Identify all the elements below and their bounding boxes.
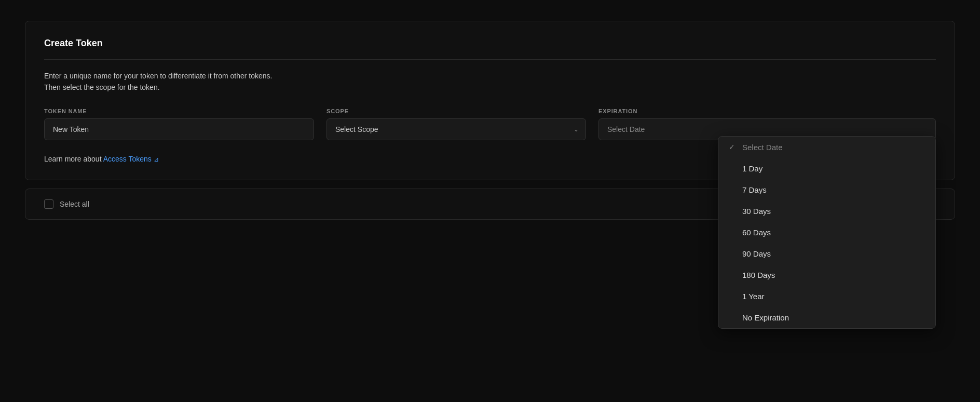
dropdown-item[interactable]: 180 Days	[718, 264, 935, 286]
description-line2: Then select the scope for the token.	[44, 83, 160, 91]
page-container: Create Token Enter a unique name for you…	[0, 0, 980, 240]
expiration-group: EXPIRATION Select Date ✓Select Date1 Day…	[598, 108, 936, 140]
dropdown-item-label: 90 Days	[742, 249, 771, 258]
token-name-input[interactable]	[44, 118, 314, 140]
scope-group: SCOPE Select Scope ⌄	[326, 108, 586, 140]
scope-select[interactable]: Select Scope	[326, 118, 586, 140]
dropdown-item-label: 180 Days	[742, 271, 775, 279]
dropdown-item-label: 30 Days	[742, 207, 771, 216]
expiration-dropdown: ✓Select Date1 Day7 Days30 Days60 Days90 …	[718, 136, 936, 329]
dropdown-item-label: Select Date	[742, 143, 783, 152]
dropdown-item-label: No Expiration	[742, 313, 789, 322]
dropdown-item[interactable]: 1 Year	[718, 286, 935, 307]
select-all-label: Select all	[60, 200, 89, 208]
dropdown-item-label: 7 Days	[742, 185, 767, 194]
token-name-group: TOKEN NAME	[44, 108, 314, 140]
expiration-label: EXPIRATION	[598, 108, 936, 114]
dropdown-item[interactable]: 30 Days	[718, 200, 935, 222]
token-name-label: TOKEN NAME	[44, 108, 314, 114]
dropdown-item-label: 1 Year	[742, 292, 765, 301]
dropdown-item[interactable]: 90 Days	[718, 243, 935, 264]
select-all-checkbox[interactable]	[44, 199, 53, 209]
dropdown-item[interactable]: 1 Day	[718, 158, 935, 179]
learn-more-text: Learn more about	[44, 155, 103, 163]
checkmark-icon: ✓	[729, 143, 737, 151]
scope-label: SCOPE	[326, 108, 586, 114]
dropdown-item-label: 1 Day	[742, 164, 763, 173]
dropdown-item-label: 60 Days	[742, 228, 771, 237]
description-text: Enter a unique name for your token to di…	[44, 70, 936, 93]
description-line1: Enter a unique name for your token to di…	[44, 72, 272, 80]
external-link-icon: ⊿	[154, 156, 159, 163]
create-token-section: Create Token Enter a unique name for you…	[25, 21, 955, 180]
form-row: TOKEN NAME SCOPE Select Scope ⌄ EXPIRATI…	[44, 108, 936, 140]
dropdown-item[interactable]: ✓Select Date	[718, 137, 935, 158]
dropdown-item[interactable]: No Expiration	[718, 307, 935, 328]
section-title: Create Token	[44, 38, 936, 60]
dropdown-item[interactable]: 60 Days	[718, 222, 935, 243]
dropdown-item[interactable]: 7 Days	[718, 179, 935, 200]
access-tokens-link[interactable]: Access Tokens⊿	[103, 155, 159, 163]
scope-select-wrapper: Select Scope ⌄	[326, 118, 586, 140]
